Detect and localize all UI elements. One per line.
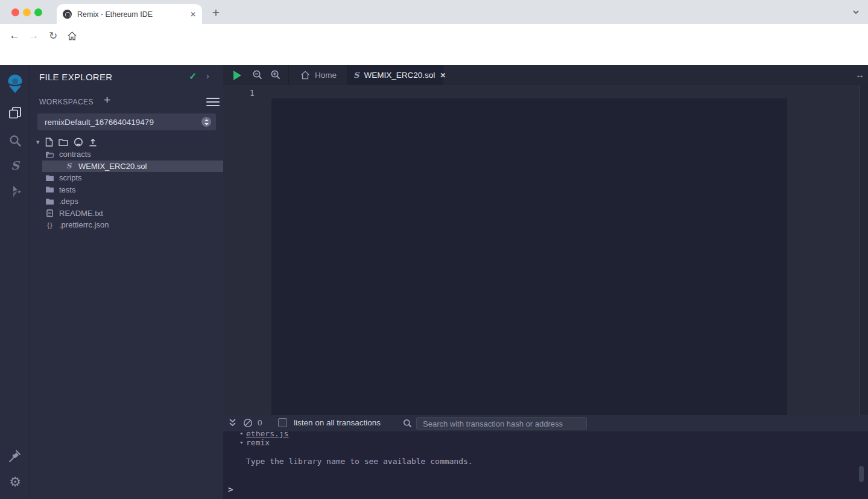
tab-wemix-erc20[interactable]: S WEMIX_ERC20.sol ✕ [347,65,443,85]
github-clone-icon[interactable] [74,138,83,147]
folder-icon [45,198,54,205]
macos-minimize-button[interactable] [23,8,31,16]
tab-file-label: WEMIX_ERC20.sol [364,71,435,80]
tree-item-scripts[interactable]: scripts [30,172,223,184]
workspace-select[interactable]: remixDefault_1676640419479 [37,113,216,130]
editor-content-area[interactable] [271,98,787,415]
clear-console-icon[interactable] [243,418,253,428]
transaction-search-input[interactable] [416,417,587,430]
add-workspace-button[interactable]: + [104,94,110,107]
file-explorer-rail-icon[interactable] [0,106,30,119]
tree-item-wemix-erc20[interactable]: S WEMIX_ERC20.sol [42,161,223,173]
tree-item-label: README.txt [59,209,103,218]
browser-tab[interactable]: Remix - Ethereum IDE ✕ [57,4,202,24]
zoom-in-icon[interactable] [270,69,281,80]
panel-chevron-icon[interactable]: › [206,71,209,81]
solidity-compiler-rail-icon[interactable]: S [0,160,30,171]
new-folder-icon[interactable] [59,138,68,146]
terminal-search-icon [403,419,412,428]
settings-gear-icon[interactable]: ⚙ [0,475,30,489]
tree-item-contracts[interactable]: contracts [30,148,223,161]
terminal-line: remix [246,438,270,447]
expand-editor-icon[interactable]: ↔ [855,69,864,80]
terminal-toolbar: 0 listen on all transactions [223,415,868,431]
folder-icon [45,174,54,182]
workspace-dropdown-icon[interactable] [201,117,211,127]
bookmarks-strip [0,47,868,65]
line-number: 1 [223,88,255,98]
terminal-prompt: > [228,485,233,494]
json-braces-icon: { } [45,221,54,229]
tab-close-icon[interactable]: ✕ [190,10,196,19]
listen-transactions-checkbox[interactable] [278,418,287,427]
editor-tab-bar: Home S WEMIX_ERC20.sol ✕ ↔ [223,65,868,85]
workspaces-label: WORKSPACES [39,98,93,106]
search-rail-icon[interactable] [0,134,30,147]
remix-app: S ⚙ FILE EXPLORER ✓ › WORKSPACES + remix… [0,65,868,499]
solidity-file-icon: S [64,162,74,170]
bullet: • [239,439,244,447]
zoom-out-icon[interactable] [252,69,263,80]
browser-toolbar: ← → ↻ remix.ethereum.org/#optimize=false… [0,24,868,47]
upload-icon[interactable] [89,138,97,147]
new-tab-button[interactable]: + [207,5,224,22]
tree-item-label: tests [59,185,75,194]
deploy-run-rail-icon[interactable] [0,186,30,198]
tree-item-prettierrc[interactable]: { } .prettierrc.json [30,219,223,231]
listen-transactions-label[interactable]: listen on all transactions [294,418,381,427]
tree-item-deps[interactable]: .deps [30,195,223,208]
file-tree: contracts S WEMIX_ERC20.sol scripts test… [30,148,223,231]
tree-item-label: .deps [59,197,78,206]
plugin-manager-rail-icon[interactable] [0,450,30,463]
code-editor[interactable]: 1 [223,85,868,415]
terminal-line: Type the library name to see available c… [246,457,473,466]
folder-open-icon [45,151,54,158]
new-file-icon[interactable] [45,138,53,147]
tab-close-icon[interactable]: ✕ [440,71,446,80]
bullet: • [239,431,244,437]
tab-separator [288,65,289,85]
workspace-hamburger-menu-icon[interactable] [206,95,220,109]
back-button[interactable]: ← [8,29,21,42]
home-icon [300,71,310,80]
tree-item-label: .prettierrc.json [59,220,109,229]
tree-item-readme[interactable]: README.txt [30,208,223,220]
terminal-panel: 0 listen on all transactions • ethers.js… [223,415,868,499]
file-icon [45,209,54,217]
tab-home-label: Home [315,71,337,80]
macos-zoom-button[interactable] [34,8,42,16]
forward-button[interactable]: → [27,29,40,42]
tab-search-chevron-icon[interactable] [851,7,861,17]
verified-check-icon[interactable]: ✓ [189,71,197,82]
reload-button[interactable]: ↻ [46,29,60,42]
run-script-play-icon[interactable] [233,71,241,80]
library-link[interactable]: ethers.js [246,431,288,438]
tree-item-label: WEMIX_ERC20.sol [78,162,147,171]
remix-favicon-icon [63,10,72,19]
collapse-terminal-icon[interactable] [229,418,236,427]
tree-item-label: contracts [59,150,91,159]
panel-title: FILE EXPLORER [39,72,112,82]
tree-item-tests[interactable]: tests [30,184,223,196]
file-explorer-panel: FILE EXPLORER ✓ › WORKSPACES + remixDefa… [30,65,223,499]
macos-close-button[interactable] [11,8,19,16]
transaction-count-badge: 0 [258,418,262,427]
remix-logo-icon[interactable] [0,74,30,94]
folder-icon [45,186,54,193]
tree-item-label: scripts [59,173,82,182]
file-tree-toolbar: ▾ [36,138,97,147]
editor-scrollbar-gutter[interactable] [860,85,868,415]
icon-rail: S ⚙ [0,65,30,499]
browser-tab-strip: Remix - Ethereum IDE ✕ + [0,0,868,24]
home-button[interactable] [65,29,78,42]
workspace-name: remixDefault_1676640419479 [45,118,201,127]
solidity-file-icon: S [353,71,359,80]
main-area: Home S WEMIX_ERC20.sol ✕ ↔ 1 0 [223,65,868,499]
tab-home[interactable]: Home [290,65,347,85]
terminal-output[interactable]: • ethers.js • remix Type the library nam… [223,431,868,499]
browser-tab-title: Remix - Ethereum IDE [77,10,185,19]
terminal-scrollbar-thumb[interactable] [859,466,864,482]
collapse-caret-icon[interactable]: ▾ [36,138,40,146]
